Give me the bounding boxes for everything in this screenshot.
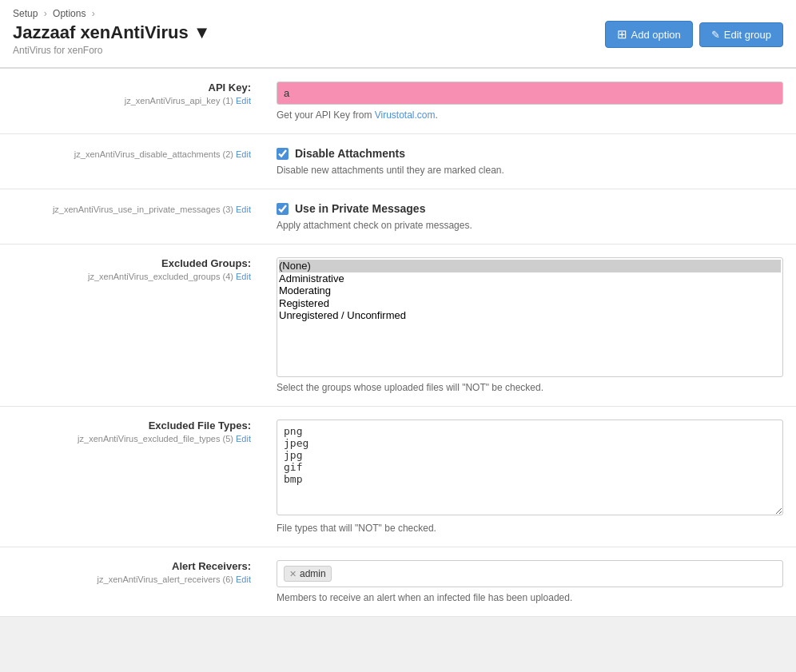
- disable-attachments-sublabel: jz_xenAntiVirus_disable_attachments (2): [74, 149, 233, 159]
- private-messages-label: Use in Private Messages: [295, 202, 425, 215]
- excluded-groups-listbox[interactable]: (None) Administrative Moderating Registe…: [277, 257, 783, 377]
- api-key-sublabel: jz_xenAntiVirus_api_key (1): [125, 96, 233, 105]
- private-messages-sublabel: jz_xenAntiVirus_use_in_private_messages …: [53, 205, 233, 214]
- breadcrumb-options[interactable]: Options: [53, 8, 86, 19]
- excluded-groups-help: Select the groups whose uploaded files w…: [277, 382, 783, 393]
- edit-group-label: Edit group: [724, 29, 771, 41]
- alert-receivers-edit-link[interactable]: Edit: [236, 575, 251, 584]
- breadcrumb-sep2: ›: [92, 8, 95, 19]
- alert-receivers-input[interactable]: ✕ admin: [277, 560, 783, 587]
- add-option-label: Add option: [631, 29, 681, 41]
- listbox-option-none[interactable]: (None): [279, 260, 781, 272]
- excluded-groups-row: Excluded Groups: jz_xenAntiVirus_exclude…: [0, 245, 796, 407]
- private-messages-help: Apply attachment check on private messag…: [277, 220, 783, 231]
- alert-receivers-sublabel: jz_xenAntiVirus_alert_receivers (6): [98, 575, 233, 584]
- disable-attachments-label: Disable Attachments: [295, 147, 405, 160]
- disable-attachments-help: Disable new attachments until they are m…: [277, 165, 783, 176]
- alert-receivers-tag-admin: ✕ admin: [284, 566, 332, 582]
- api-key-label: API Key:: [209, 82, 251, 93]
- disable-attachments-edit-link[interactable]: Edit: [236, 149, 251, 159]
- excluded-file-types-row: Excluded File Types: jz_xenAntiVirus_exc…: [0, 407, 796, 547]
- excluded-file-types-help: File types that will "NOT" be checked.: [277, 523, 783, 534]
- excluded-groups-edit-link[interactable]: Edit: [236, 272, 251, 281]
- add-option-button[interactable]: ⊞ Add option: [605, 21, 693, 48]
- excluded-groups-label: Excluded Groups:: [161, 257, 251, 269]
- tag-remove-admin[interactable]: ✕: [289, 569, 297, 579]
- breadcrumb-setup[interactable]: Setup: [13, 8, 38, 19]
- listbox-option-administrative[interactable]: Administrative: [279, 272, 781, 285]
- add-option-icon: ⊞: [617, 27, 627, 42]
- excluded-file-types-textarea[interactable]: png jpeg jpg gif bmp: [277, 420, 783, 515]
- api-key-edit-link[interactable]: Edit: [236, 96, 251, 105]
- breadcrumb: Setup › Options ›: [13, 8, 210, 19]
- page-subtitle: AntiVirus for xenForo: [13, 45, 210, 61]
- disable-attachments-row: jz_xenAntiVirus_disable_attachments (2) …: [0, 134, 796, 189]
- listbox-option-registered[interactable]: Registered: [279, 297, 781, 310]
- alert-receivers-label: Alert Receivers:: [172, 560, 251, 572]
- edit-group-icon: ✎: [711, 29, 720, 41]
- excluded-file-types-sublabel: jz_xenAntiVirus_excluded_file_types (5): [78, 434, 233, 443]
- api-key-row: API Key: jz_xenAntiVirus_api_key (1) Edi…: [0, 69, 796, 134]
- listbox-option-moderating[interactable]: Moderating: [279, 284, 781, 297]
- listbox-option-unregistered[interactable]: Unregistered / Unconfirmed: [279, 309, 781, 322]
- api-key-help: Get your API Key from Virustotal.com.: [277, 109, 783, 121]
- private-messages-checkbox[interactable]: [277, 203, 289, 215]
- page-title: Jazzaaf xenAntiVirus ▼: [13, 22, 210, 43]
- excluded-file-types-edit-link[interactable]: Edit: [236, 434, 251, 443]
- alert-receivers-row: Alert Receivers: jz_xenAntiVirus_alert_r…: [0, 547, 796, 617]
- api-key-input[interactable]: [277, 82, 783, 105]
- virustotal-link[interactable]: Virustotal.com: [375, 109, 436, 121]
- breadcrumb-sep1: ›: [44, 8, 47, 19]
- private-messages-row: jz_xenAntiVirus_use_in_private_messages …: [0, 189, 796, 245]
- excluded-groups-sublabel: jz_xenAntiVirus_excluded_groups (4): [88, 272, 233, 281]
- disable-attachments-checkbox[interactable]: [277, 148, 289, 160]
- title-dropdown-arrow[interactable]: ▼: [193, 22, 211, 43]
- tag-label-admin: admin: [300, 568, 326, 579]
- excluded-file-types-label: Excluded File Types:: [149, 420, 251, 431]
- private-messages-edit-link[interactable]: Edit: [236, 205, 251, 214]
- alert-receivers-help: Members to receive an alert when an infe…: [277, 592, 783, 603]
- edit-group-button[interactable]: ✎ Edit group: [699, 22, 783, 47]
